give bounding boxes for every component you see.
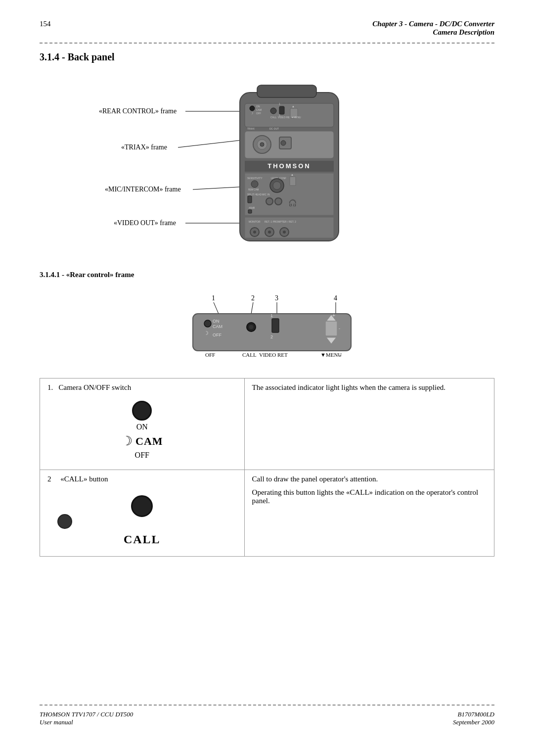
section-heading: 3.1.4 - Back panel [40,51,494,63]
footer-text: THOMSON TTV1707 / CCU DT500 User manual … [40,710,494,726]
on-text: ON [136,423,148,431]
footer-date: September 2000 [453,718,494,726]
svg-text:OFF: OFF [256,112,261,115]
svg-point-14 [281,141,286,145]
call-diagram: CALL [47,488,237,546]
svg-point-27 [253,231,256,234]
call-label: CALL [124,533,161,546]
footer-right: B1707M00LD September 2000 [453,710,494,726]
item-2-desc1: Call to draw the panel operator's attent… [252,475,487,483]
item-1-num: 1. [47,383,53,391]
page-number: 154 [40,20,51,28]
svg-text:-40dB: -40dB [248,206,255,209]
svg-text:ON: ON [213,319,220,324]
item-1-header: 1. Camera ON/OFF switch [47,383,237,392]
table-cell-2-left: 2 «CALL» button CALL [40,470,245,557]
num1: 1 [212,294,215,302]
footer-code: B1707M00LD [453,710,494,718]
page-header: 154 Chapter 3 - Camera - DC/DC Converter… [40,20,494,37]
call-button-inner [57,514,72,529]
brand-text: THOMSON [267,162,311,170]
svg-point-28 [268,231,271,234]
svg-text:2: 2 [270,334,273,339]
rear-control-label: «REAR CONTROL» frame [99,107,177,115]
item-2-num: 2 [47,475,51,483]
on-circle [132,401,152,421]
video-ret-switch [272,319,279,332]
split-switch [248,196,252,203]
svg-text:CAM: CAM [213,324,222,329]
item-2-desc2: Operating this button lights the «CALL» … [252,488,487,505]
svg-point-38 [249,325,254,330]
svg-rect-24 [248,210,252,213]
off-text: OFF [135,451,149,460]
svg-text:OFF: OFF [213,332,222,337]
device-handle [257,85,316,97]
item-2-name: «CALL» button [60,475,108,483]
svg-text:RET. 1 PROMPTER / RET. 2: RET. 1 PROMPTER / RET. 2 [265,220,296,223]
label-menu: ▼MENU [320,352,342,358]
svg-text:SENSITIVITY: SENSITIVITY [247,177,263,180]
num4: 4 [334,294,337,302]
audio-connector-2 [275,198,282,205]
chapter-title: Chapter 3 - Camera - DC/DC Converter [372,20,494,28]
video-out-label: «VIDEO OUT» frame [114,219,176,227]
svg-line-30 [214,302,219,314]
call-button-small [270,108,276,114]
call-button-icon [131,495,153,517]
audio-connector-1 [266,198,273,205]
svg-text:1: 1 [279,102,280,105]
triax-label: «TRIAX» frame [121,143,167,151]
label-video: VIDEO RET [259,352,288,358]
page-footer: THOMSON TTV1707 / CCU DT500 User manual … [40,695,494,726]
triax-line [178,140,247,147]
svg-text:-: - [339,326,340,331]
mic-line [193,187,247,189]
flame-symbol: ☽ [121,433,133,449]
footer-manual: User manual [40,718,133,726]
menu-slider-diag [325,321,337,336]
header-divider [40,43,494,44]
header-right: Chapter 3 - Camera - DC/DC Converter Cam… [372,20,494,37]
svg-text:DC OUT: DC OUT [269,127,279,130]
section-subtitle: Camera Description [372,28,494,37]
item-2-header: 2 «CALL» button [47,475,237,483]
label-call: CALL [242,352,257,358]
svg-text:ON: ON [256,105,260,108]
table-cell-1-left: 1. Camera ON/OFF switch ON ☽ CAM OFF [40,378,245,470]
table-cell-2-right: Call to draw the panel operator's attent… [244,470,494,557]
indicator-circle [250,106,255,111]
rear-control-diagram: 1 2 3 4 ON CAM ☽ OFF [40,291,494,361]
menu-button-mid [290,177,296,186]
num2: 2 [251,294,255,302]
svg-text:CAM: CAM [256,108,262,111]
video-switch [279,106,284,114]
footer-left: THOMSON TTV1707 / CCU DT500 User manual [40,710,133,726]
svg-text:▼MENU: ▼MENU [291,116,301,119]
svg-text:☽: ☽ [204,330,209,336]
table-row-2: 2 «CALL» button CALL Call to draw the pa… [40,470,494,557]
switch-diagram: ON ☽ CAM OFF [47,397,237,460]
sub-section-heading: 3.1.4.1 - «Rear control» frame [40,271,494,279]
mic-label: «MIC/INTERCOM» frame [105,186,181,193]
info-table: 1. Camera ON/OFF switch ON ☽ CAM OFF [40,378,494,557]
headphone-icon: 🎧 [288,199,297,207]
table-row-1: 1. Camera ON/OFF switch ON ☽ CAM OFF [40,378,494,470]
svg-text:1: 1 [270,313,273,318]
svg-point-20 [273,182,281,189]
item-1-name: Camera ON/OFF switch [59,383,132,391]
svg-text:☽: ☽ [250,111,253,115]
on-indicator [204,320,211,327]
svg-text:MIC IN: MIC IN [262,193,270,196]
sensitivity-knob [251,181,258,188]
item-1-description: The associated indicator light lights wh… [252,383,446,391]
svg-text:▲: ▲ [292,105,295,108]
svg-line-31 [251,302,253,314]
label-off: OFF [205,352,215,358]
back-panel-diagram: «REAR CONTROL» frame «TRIAX» frame «MIC/… [94,73,440,261]
svg-point-29 [283,231,286,234]
num3: 3 [275,294,278,302]
svg-text:▲: ▲ [291,173,294,176]
footer-divider [40,705,494,706]
svg-text:MONITOR: MONITOR [249,220,261,223]
